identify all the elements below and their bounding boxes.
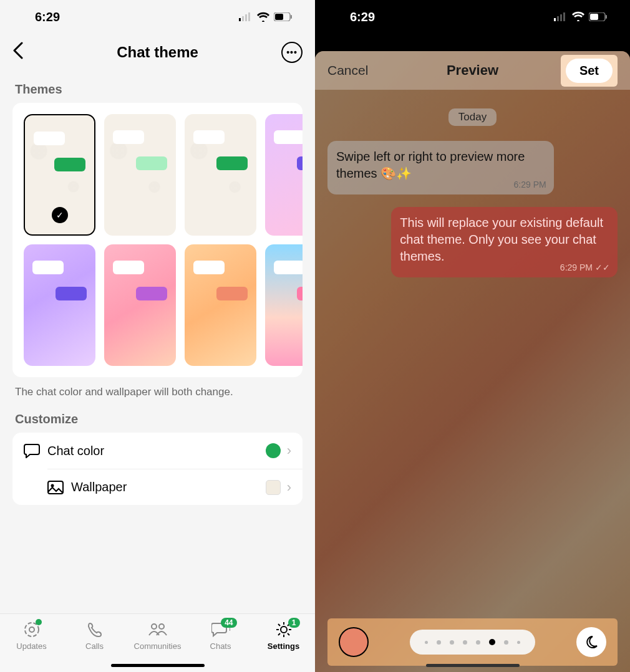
pager-dot — [504, 640, 508, 645]
set-button[interactable]: Set — [566, 59, 613, 83]
chevron-right-icon: › — [287, 443, 291, 459]
chat-color-swatch — [266, 443, 281, 458]
page-title: Chat theme — [0, 44, 315, 61]
message-time: 6:29 PM — [514, 179, 546, 191]
svg-rect-20 — [606, 15, 607, 19]
chevron-right-icon: › — [287, 479, 291, 496]
more-options-button[interactable]: ••• — [281, 42, 303, 63]
wifi-icon — [571, 10, 585, 24]
svg-rect-17 — [563, 12, 565, 21]
dark-mode-toggle[interactable] — [576, 627, 606, 657]
themes-section-header: Themes — [0, 71, 315, 103]
svg-rect-3 — [248, 12, 250, 21]
wifi-icon — [256, 12, 270, 22]
cellular-signal-icon — [554, 10, 568, 24]
theme-thumbnail[interactable] — [104, 244, 176, 366]
communities-icon — [148, 620, 168, 639]
tab-settings[interactable]: 1 Settings — [259, 620, 309, 672]
wallpaper-row[interactable]: Wallpaper › — [47, 469, 303, 505]
svg-point-11 — [152, 624, 157, 629]
home-indicator — [111, 664, 205, 667]
customize-section-header: Customize — [0, 401, 315, 433]
message-text: Swipe left or right to preview more them… — [336, 150, 525, 180]
battery-icon — [589, 10, 608, 24]
wallpaper-icon — [47, 481, 71, 494]
theme-thumbnail[interactable] — [185, 244, 256, 366]
tab-label: Settings — [268, 641, 299, 651]
status-time: 6:29 — [35, 10, 60, 24]
chat-theme-screen: 6:29 Chat theme ••• Themes ✓ The chat co… — [0, 0, 315, 672]
chat-bubble-icon — [24, 443, 47, 458]
preview-screen: 6:29 Cancel Preview Set Today Swipe l — [315, 0, 630, 672]
status-bar: 6:29 — [315, 0, 630, 34]
accent-color-button[interactable] — [339, 627, 369, 657]
incoming-message-bubble: Swipe left or right to preview more them… — [327, 141, 554, 194]
settings-badge: 1 — [288, 618, 300, 628]
customize-list: Chat color › Wallpaper › — [12, 433, 303, 505]
svg-rect-5 — [275, 14, 283, 20]
theme-thumbnail[interactable] — [104, 114, 176, 236]
tab-updates[interactable]: Updates — [7, 620, 57, 672]
preview-header: Cancel Preview Set — [315, 51, 630, 90]
bottom-controls-highlight — [327, 618, 618, 666]
svg-rect-7 — [48, 481, 63, 494]
svg-point-12 — [159, 624, 164, 629]
date-separator: Today — [448, 108, 497, 126]
svg-rect-14 — [554, 18, 556, 21]
tab-label: Communities — [134, 641, 182, 651]
set-button-highlight: Set — [561, 55, 618, 87]
status-bar: 6:29 — [0, 0, 315, 34]
svg-point-13 — [281, 626, 287, 633]
theme-thumbnail[interactable] — [24, 244, 95, 366]
wallpaper-swatch — [266, 480, 281, 495]
battery-icon — [274, 12, 293, 21]
tab-label: Updates — [16, 641, 46, 651]
theme-thumbnail[interactable]: ✓ — [24, 114, 95, 236]
theme-pager[interactable] — [410, 630, 535, 655]
themes-description: The chat color and wallpaper will both c… — [0, 377, 315, 401]
chats-badge: 44 — [221, 618, 236, 628]
selected-checkmark-icon: ✓ — [52, 207, 68, 223]
cancel-button[interactable]: Cancel — [327, 63, 368, 78]
pager-dot — [425, 641, 428, 644]
phone-icon — [87, 620, 103, 639]
wallpaper-label: Wallpaper — [71, 480, 266, 494]
pager-dot — [437, 640, 441, 645]
status-time: 6:29 — [350, 10, 375, 24]
theme-thumbnail[interactable] — [185, 114, 256, 236]
nav-bar: Chat theme ••• — [0, 34, 315, 71]
home-indicator — [426, 664, 520, 667]
message-time: 6:29 PM✓✓ — [560, 262, 610, 274]
svg-rect-6 — [291, 15, 292, 19]
chat-preview-content: Today Swipe left or right to preview mor… — [315, 90, 630, 309]
theme-thumbnail[interactable] — [265, 244, 303, 366]
read-ticks-icon: ✓✓ — [595, 262, 610, 272]
tab-label: Chats — [210, 641, 231, 651]
svg-rect-19 — [590, 14, 598, 20]
outgoing-message-bubble: This will replace your existing default … — [391, 207, 618, 277]
cellular-signal-icon — [239, 12, 253, 21]
message-text: This will replace your existing default … — [400, 216, 603, 263]
pager-dot — [476, 640, 480, 645]
tab-bar: Updates Calls Communities 44 Chats 1 — [0, 613, 315, 672]
svg-point-9 — [25, 623, 39, 636]
chat-color-row[interactable]: Chat color › — [12, 433, 303, 469]
pager-dot — [517, 641, 520, 644]
pager-dot — [489, 639, 495, 645]
theme-thumbnail[interactable] — [265, 114, 303, 236]
svg-rect-15 — [557, 16, 559, 21]
status-indicators — [554, 10, 608, 24]
updates-badge-dot — [36, 619, 42, 625]
svg-rect-2 — [245, 14, 247, 21]
preview-area[interactable]: Cancel Preview Set Today Swipe left or r… — [315, 51, 630, 672]
svg-rect-0 — [239, 18, 241, 21]
chat-color-label: Chat color — [47, 444, 266, 458]
svg-rect-16 — [560, 14, 562, 21]
svg-rect-1 — [242, 16, 244, 21]
status-indicators — [239, 12, 293, 22]
back-button[interactable] — [12, 42, 24, 64]
themes-grid: ✓ — [12, 103, 303, 377]
tab-label: Calls — [85, 641, 104, 651]
pager-dot — [463, 640, 467, 645]
svg-point-10 — [29, 627, 34, 632]
